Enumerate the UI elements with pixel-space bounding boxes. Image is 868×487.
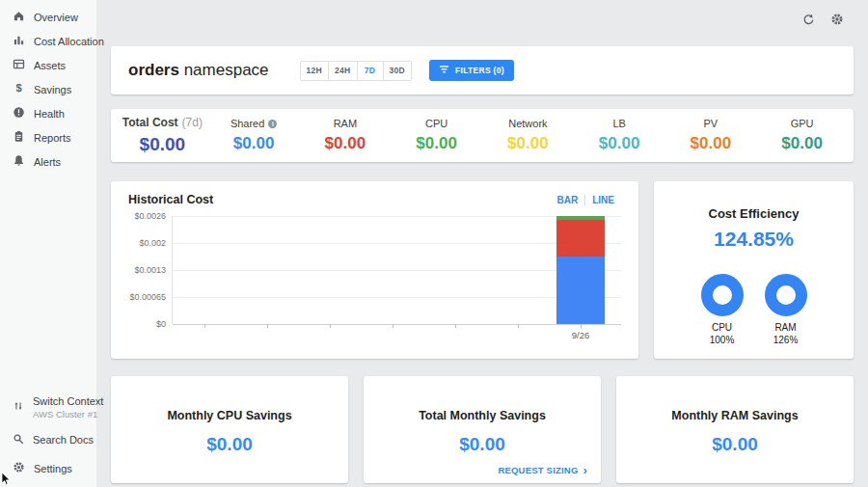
metric-value: $0.00 [300,134,392,153]
gauge-label: CPU [712,322,732,333]
metric-ram: RAM $0.00 [300,118,392,153]
metric-gpu: GPU $0.00 [756,118,848,153]
sidebar-item-label: Overview [34,12,78,23]
sidebar-nav: Overview Cost Allocation Assets $ Saving… [0,0,96,174]
metric-shared: Sharedi $0.00 [208,118,300,153]
efficiency-value: 124.85% [714,228,794,251]
metric-label: Sharedi [208,118,300,129]
sidebar-item-switch-context[interactable]: Switch Context AWS Cluster #1 [0,390,96,425]
topbar [111,0,854,39]
sidebar-item-savings[interactable]: $ Savings [0,77,96,101]
metric-network: Network $0.00 [482,118,574,153]
ram-gauge: RAM 126% [765,274,807,345]
metric-total-cost: Total Cost(7d) $0.00 [117,116,208,155]
sidebar-item-overview[interactable]: Overview [0,5,96,29]
x-tick [518,324,519,328]
savings-title: Total Monthly Savings [419,409,546,422]
page-title: orders namespace [128,61,269,80]
metric-value: $0.00 [117,134,208,155]
x-tick [393,324,393,328]
bar-segment-red [556,220,605,257]
filters-button[interactable]: FILTERS (0) [429,60,514,81]
sidebar-item-search-docs[interactable]: Search Docs [0,425,96,454]
gridline [173,297,621,298]
metric-value: $0.00 [665,134,757,153]
x-tick [581,324,582,328]
savings-value: $0.00 [459,434,505,455]
cluster-name: AWS Cluster #1 [33,409,103,419]
sidebar-item-label: Cost Allocation [34,36,104,47]
y-tick-label: $0.002 [139,238,166,248]
historical-cost-card: Historical Cost BAR LINE $0.0026 $0.002 … [111,181,638,359]
namespace-name: orders [128,61,179,79]
savings-title: Monthly CPU Savings [167,409,291,422]
sidebar-item-alerts[interactable]: Alerts [0,149,96,174]
metric-label-suffix: (7d) [182,116,203,129]
metric-value: $0.00 [208,134,300,153]
sidebar-footer: Switch Context AWS Cluster #1 Search Doc… [0,390,96,483]
search-docs-label: Search Docs [33,434,94,446]
main-content: orders namespace 12H 24H 7D 30D FILTERS … [96,0,868,487]
request-sizing-link[interactable]: REQUEST SIZING › [498,465,587,475]
savings-title: Monthly RAM Savings [671,409,798,422]
x-tick [455,324,456,328]
namespace-word: namespace [184,61,269,79]
health-alert-icon [13,105,25,122]
metric-label: GPU [756,118,848,129]
sidebar-item-settings[interactable]: Settings [0,454,96,483]
ram-donut [765,274,807,316]
sidebar-item-label: Assets [34,60,66,71]
bell-icon [13,153,25,171]
sidebar-item-reports[interactable]: Reports [0,125,96,149]
savings-value: $0.00 [712,434,758,455]
chart-plot-area: $0.0026 $0.002 $0.0013 $0.00065 $0 [128,216,621,324]
info-icon[interactable]: i [268,120,277,128]
metric-cpu: CPU $0.00 [391,118,482,153]
sidebar-item-assets[interactable]: Assets [0,53,96,77]
sidebar-item-label: Reports [34,132,71,144]
x-axis-line [173,324,621,325]
sidebar: Overview Cost Allocation Assets $ Saving… [0,0,96,487]
time-range-group: 12H 24H 7D 30D [300,61,413,81]
stacked-bar[interactable] [556,216,605,324]
gauge-percent: 100% [710,335,735,345]
sidebar-item-cost-allocation[interactable]: Cost Allocation [0,29,96,53]
sidebar-item-health[interactable]: Health [0,101,96,125]
total-monthly-savings-card: Total Monthly Savings $0.00 REQUEST SIZI… [364,376,601,483]
metric-label: Network [482,118,574,129]
swap-vertical-icon [13,398,24,416]
gauge-percent: 126% [773,335,799,345]
range-button-12h[interactable]: 12H [300,61,330,81]
home-icon [13,9,25,26]
chart-title: Historical Cost [128,193,213,206]
report-icon [13,129,25,147]
savings-value: $0.00 [206,434,253,455]
gear-icon[interactable] [830,13,844,26]
gear-icon [13,460,25,477]
x-tick-label: 9/26 [561,330,600,340]
settings-label: Settings [34,463,72,474]
chevron-right-icon: › [583,466,587,474]
x-tick [330,324,331,328]
metric-label: Total Cost(7d) [117,116,208,129]
app-root: Overview Cost Allocation Assets $ Saving… [0,0,868,487]
x-tick [267,324,268,328]
range-button-24h[interactable]: 24H [328,61,358,81]
filters-button-label: FILTERS (0) [455,66,504,75]
switch-context-label: Switch Context [33,395,103,407]
assets-grid-icon [13,57,25,74]
refresh-icon[interactable] [802,14,815,26]
y-tick-label: $0.0026 [134,211,166,221]
range-button-7d[interactable]: 7D [357,61,384,81]
svg-text:$: $ [15,82,22,94]
monthly-cpu-savings-card: Monthly CPU Savings $0.00 [111,376,348,483]
toggle-bar[interactable]: BAR [551,195,585,205]
search-icon [13,431,24,448]
gridline [173,243,621,244]
toggle-line[interactable]: LINE [584,195,621,205]
metric-pv: PV $0.00 [665,118,757,153]
cost-efficiency-card: Cost Efficiency 124.85% CPU 100% RAM 126… [654,181,854,359]
metrics-card: Total Cost(7d) $0.00 Sharedi $0.00 RAM $… [111,109,854,162]
range-button-30d[interactable]: 30D [383,61,413,81]
metric-value: $0.00 [756,134,848,153]
